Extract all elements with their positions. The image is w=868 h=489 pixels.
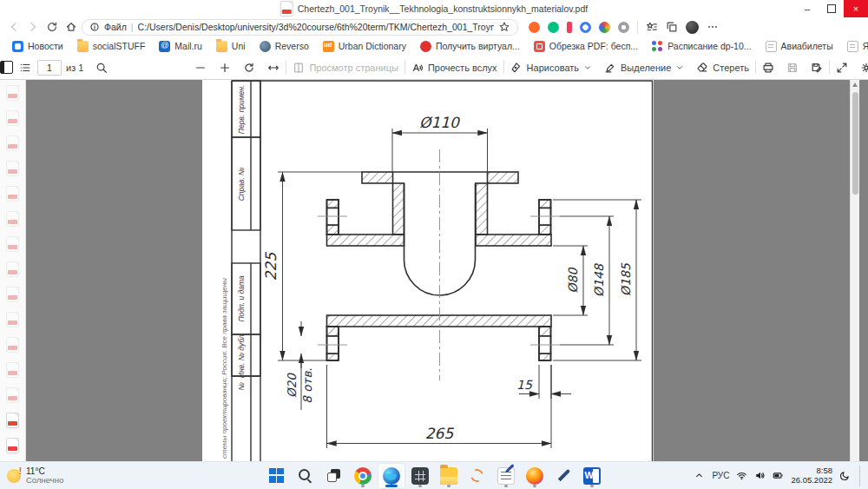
- page-number-input[interactable]: [37, 60, 62, 76]
- show-desktop-button[interactable]: [859, 466, 863, 486]
- back-button[interactable]: [5, 19, 23, 35]
- info-icon[interactable]: [89, 22, 100, 32]
- pdf-tab[interactable]: [2, 386, 24, 405]
- erase-label: Стереть: [713, 63, 749, 73]
- pdf-tab[interactable]: [2, 159, 24, 178]
- bookmark-item[interactable]: Яндекс: [842, 39, 868, 54]
- vertical-scrollbar[interactable]: [850, 80, 859, 461]
- read-aloud-button[interactable]: Прочесть вслух: [405, 57, 503, 78]
- pdf-file-icon: [6, 287, 19, 302]
- wifi-icon[interactable]: [736, 470, 747, 481]
- taskbar-app-edge[interactable]: [378, 464, 404, 488]
- taskbar-app-notes-app[interactable]: [493, 464, 519, 488]
- pdf-tab[interactable]: [2, 411, 24, 430]
- minimize-button[interactable]: –: [795, 0, 819, 17]
- refresh-button[interactable]: [43, 19, 61, 35]
- taskbar-app-search[interactable]: [293, 464, 319, 488]
- pdf-tab[interactable]: [2, 235, 24, 254]
- bookmark-item[interactable]: Новости: [7, 39, 69, 54]
- favorites-bar-icon[interactable]: [646, 21, 658, 33]
- taskbar-app-task-view[interactable]: [321, 464, 347, 488]
- bookmark-item[interactable]: Mail.ru: [154, 39, 207, 54]
- bookmark-item[interactable]: Получить виртуал...: [415, 39, 525, 54]
- print-button[interactable]: [756, 57, 780, 78]
- home-button[interactable]: [62, 19, 80, 35]
- rotate-button[interactable]: [237, 57, 261, 78]
- focus-assist-moon-icon[interactable]: [839, 470, 851, 481]
- taskbar-app-file-explorer[interactable]: [436, 464, 462, 488]
- pdf-viewer[interactable]: Перв. примен. Справ. № Подп. и дата Инв.…: [26, 80, 859, 461]
- clock[interactable]: 8:58 26.05.2022: [791, 466, 832, 486]
- battery-icon[interactable]: [773, 470, 784, 481]
- restore-button[interactable]: [819, 0, 844, 17]
- volume-icon[interactable]: [754, 470, 766, 481]
- search-document-button[interactable]: [89, 57, 114, 78]
- toc-button[interactable]: [13, 57, 37, 78]
- draw-button[interactable]: Нарисовать: [504, 57, 598, 78]
- pdf-file-icon: [6, 413, 19, 428]
- collections-icon[interactable]: [666, 21, 678, 33]
- pdf-tab[interactable]: [2, 260, 24, 279]
- bookmark-item[interactable]: Обрезка PDF: бесп...: [529, 39, 643, 54]
- page-view-button[interactable]: Просмотр страницы: [286, 57, 404, 78]
- bookmark-item[interactable]: Reverso: [254, 39, 314, 54]
- taskbar-app-start[interactable]: [264, 464, 290, 488]
- pdf-tab[interactable]: [2, 360, 24, 380]
- pdf-tab[interactable]: [2, 285, 24, 304]
- pdf-tab[interactable]: [2, 335, 24, 354]
- settings-menu-icon[interactable]: [707, 21, 719, 33]
- zoom-in-button[interactable]: [213, 57, 237, 78]
- pdf-tab[interactable]: [2, 436, 24, 455]
- scroll-up-arrow[interactable]: [852, 83, 858, 87]
- extension-icon-green[interactable]: [548, 22, 559, 33]
- save-button[interactable]: [780, 57, 805, 78]
- dim-flange-od: Ø185: [619, 262, 633, 296]
- pdf-settings-button[interactable]: [854, 57, 868, 78]
- bookmark-item[interactable]: Urban Dictionary: [318, 39, 411, 54]
- erase-button[interactable]: Стереть: [690, 57, 755, 78]
- favorite-star-icon[interactable]: [498, 21, 510, 33]
- pdf-tab[interactable]: [2, 184, 24, 203]
- fit-to-width-button[interactable]: [261, 57, 286, 78]
- pdf-tab[interactable]: [2, 310, 24, 329]
- extension-icon-gray[interactable]: [618, 22, 629, 33]
- language-indicator[interactable]: РУС: [712, 471, 729, 480]
- fullscreen-button[interactable]: [830, 57, 854, 78]
- bookmark-item[interactable]: Uni: [211, 39, 251, 54]
- extension-icon-orange[interactable]: [529, 22, 540, 33]
- scrollbar-thumb[interactable]: [852, 92, 858, 195]
- save-as-button[interactable]: [805, 57, 829, 78]
- hidden-icons-chevron[interactable]: [694, 470, 705, 481]
- pdf-tab[interactable]: [2, 209, 24, 228]
- dots-icon: [652, 41, 663, 52]
- taskbar-app-firefox[interactable]: [522, 464, 548, 488]
- taskbar-app-pen-tool[interactable]: [550, 464, 576, 488]
- bookmark-item[interactable]: socialSTUFF: [72, 39, 151, 54]
- extension-icon-pinwheel[interactable]: [599, 22, 610, 33]
- weather-widget[interactable]: 11°C Солнечно: [7, 466, 63, 485]
- read-aloud-label: Прочесть вслух: [428, 63, 497, 73]
- taskbar-app-chrome[interactable]: [350, 464, 376, 488]
- profile-avatar[interactable]: [686, 21, 699, 34]
- pdf-tab[interactable]: [2, 109, 24, 128]
- bookmark-item[interactable]: Расписание dp-10...: [647, 39, 756, 54]
- zoom-out-button[interactable]: [188, 57, 213, 78]
- sun-icon: [7, 469, 21, 483]
- pdf-tab[interactable]: [2, 83, 24, 102]
- globe-icon: [260, 41, 271, 52]
- extension-icon-blue[interactable]: [580, 22, 591, 33]
- taskbar-app-calculator[interactable]: [407, 464, 433, 488]
- taskbar-app-word[interactable]: [579, 464, 605, 488]
- close-button[interactable]: ×: [844, 0, 868, 17]
- pdf-tab[interactable]: [2, 134, 24, 153]
- highlight-button[interactable]: Выделение: [598, 57, 690, 78]
- taskbar-app-sync-app[interactable]: [464, 464, 490, 488]
- url-field[interactable]: Файл | C:/Users/Denis/Desktop/university…: [82, 19, 518, 36]
- vertical-tabs-toggle[interactable]: [0, 61, 13, 74]
- bookmark-item[interactable]: Авиабилеты: [760, 39, 838, 54]
- extension-icon-red[interactable]: [567, 22, 572, 33]
- forward-button[interactable]: [24, 19, 42, 35]
- dim-height: 225: [262, 252, 279, 281]
- chevron-down-icon[interactable]: [583, 63, 592, 72]
- chevron-down-icon[interactable]: [675, 63, 684, 72]
